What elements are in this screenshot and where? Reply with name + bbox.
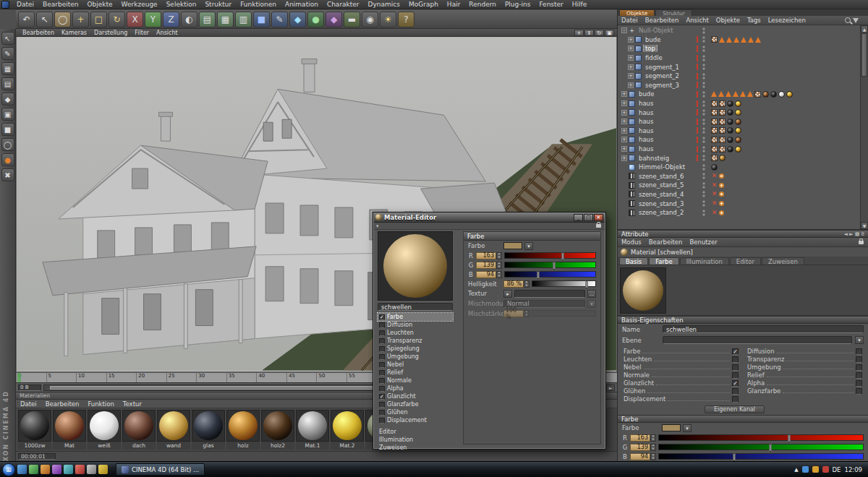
lock-axis-icon[interactable]: ✖ (1, 168, 14, 181)
channel-checkbox[interactable] (379, 370, 385, 376)
phong-tag-icon[interactable] (726, 37, 732, 43)
animation-tag-icon[interactable] (719, 183, 724, 188)
me-channel-transparenz[interactable]: Transparenz (378, 337, 453, 345)
visibility-dots[interactable] (699, 164, 708, 171)
material-thumb-mat-1[interactable]: Mat.1 (296, 410, 329, 450)
textur-browse-icon[interactable]: ▸ (503, 290, 512, 298)
visibility-dots[interactable] (699, 36, 708, 43)
textur-more-icon[interactable]: ... (587, 290, 596, 298)
channel-checkbox[interactable] (856, 372, 862, 379)
scroll-thumb[interactable] (861, 33, 867, 77)
material-thumb-wand[interactable]: wand (157, 410, 190, 450)
om-menu-ansicht[interactable]: Ansicht (682, 17, 712, 24)
material-name-field[interactable]: schwellen (378, 303, 453, 311)
om-menu-datei[interactable]: Datei (618, 17, 642, 24)
material-tag-icon[interactable] (727, 100, 733, 107)
mischstaerke-value-field-stepper[interactable]: ▴▾ (524, 310, 529, 317)
tab-objekte[interactable]: Objekte (619, 9, 655, 16)
slider-knob[interactable] (561, 252, 563, 260)
deformer-icon[interactable]: ◆ (326, 12, 342, 27)
me-section-editor[interactable]: Editor (378, 428, 457, 436)
menu-dynamics[interactable]: Dynamics (364, 1, 404, 8)
material-tag-icon[interactable] (727, 137, 733, 143)
pan-view-icon[interactable]: + (574, 30, 584, 36)
render-visibility-dot[interactable] (702, 158, 705, 161)
visibility-dots[interactable] (699, 27, 708, 34)
channel-checkbox[interactable] (379, 362, 385, 368)
texture-tag-icon[interactable] (754, 91, 761, 98)
texture-tag-icon[interactable] (719, 100, 726, 107)
r-value-field-stepper[interactable]: ▴▾ (496, 252, 502, 259)
subdivision-icon[interactable]: ◆ (289, 12, 306, 27)
material-tag-icon[interactable] (786, 91, 793, 98)
visibility-dots[interactable] (699, 91, 708, 98)
tree-row-haus[interactable]: +haus (618, 126, 868, 136)
render-visibility-dot[interactable] (702, 77, 705, 80)
material-tag-icon[interactable] (727, 146, 733, 152)
tree-row-fiddle[interactable]: +fiddle (618, 53, 868, 63)
channel-checkbox[interactable] (732, 372, 739, 379)
slider-knob[interactable] (733, 453, 735, 461)
channel-checkbox[interactable] (732, 396, 739, 403)
menu-rendern[interactable]: Rendern (464, 1, 501, 8)
snap-icon[interactable]: ● (1, 153, 14, 166)
tree-row-szene-stand-3[interactable]: szene_stand_3✕ (618, 199, 868, 208)
vp-menu-filter[interactable]: Filter (131, 30, 153, 36)
material-thumb-dach[interactable]: dach (122, 410, 156, 450)
language-indicator[interactable]: DE (833, 466, 841, 473)
menu-bearbeiten[interactable]: Bearbeiten (38, 1, 82, 8)
phong-tag-icon[interactable] (711, 91, 717, 97)
slider-knob[interactable] (537, 271, 540, 279)
phong-tag-icon[interactable] (718, 91, 724, 97)
material-tag-icon[interactable] (770, 91, 777, 98)
menu-hair[interactable]: Hair (443, 1, 464, 8)
scroll-up-icon[interactable]: ▲ (861, 25, 868, 33)
material-tag-icon[interactable] (719, 155, 726, 161)
expand-toggle-icon[interactable]: + (621, 137, 627, 142)
materials-menu-funktion[interactable]: Funktion (83, 400, 118, 408)
attr-tab-basis[interactable]: Basis (619, 257, 648, 265)
material-tag-icon[interactable] (735, 146, 741, 152)
channel-checkbox[interactable] (379, 418, 385, 424)
render-picture-icon[interactable]: ▦ (217, 12, 234, 27)
taskbar-task-button[interactable]: CINEMA 4D (64 Bit) ... (116, 463, 205, 476)
move-icon[interactable]: + (72, 12, 89, 27)
farbe-expand-icon[interactable]: ▾ (683, 424, 692, 432)
render-visibility-dot[interactable] (702, 168, 705, 171)
expand-toggle-icon[interactable]: + (628, 82, 634, 88)
visibility-dots[interactable] (699, 100, 708, 107)
expand-toggle-icon[interactable]: + (621, 119, 627, 124)
material-thumb-holz[interactable]: holz (226, 410, 260, 450)
render-visibility-dot[interactable] (702, 31, 705, 34)
tree-row-top[interactable]: +top (618, 44, 868, 53)
channel-checkbox[interactable] (856, 348, 862, 355)
helligkeit-value-field[interactable]: 86 % (503, 280, 524, 288)
texture-tag-icon[interactable] (711, 36, 718, 43)
texture-tag-icon[interactable] (719, 137, 726, 143)
spline-pen-icon[interactable]: ✎ (271, 12, 288, 27)
material-tag-icon[interactable] (778, 91, 785, 98)
materials-menu-datei[interactable]: Datei (16, 400, 41, 408)
render-view-icon[interactable]: ▤ (199, 12, 216, 27)
editor-visibility-dot[interactable] (702, 91, 705, 94)
menu-werkzeuge[interactable]: Werkzeuge (117, 1, 162, 8)
material-thumb-glas[interactable]: glas (192, 410, 225, 450)
tree-row-bude[interactable]: +bude (618, 90, 868, 99)
material-thumb-wei-[interactable]: weiß (88, 410, 121, 450)
expand-toggle-icon[interactable]: + (621, 91, 627, 97)
r-value-field-stepper[interactable]: ▴▾ (650, 434, 656, 442)
me-channel-gl-hen[interactable]: Glühen (378, 408, 453, 416)
lock-icon[interactable] (859, 241, 864, 244)
primitive-cube-icon[interactable]: ■ (253, 12, 270, 27)
attr-tab-illumination[interactable]: Illumination (680, 257, 729, 265)
material-editor-titlebar[interactable]: Material-Editor _ □ ✕ (373, 212, 605, 223)
tree-row-haus[interactable]: +haus (618, 145, 868, 154)
visibility-dots[interactable] (699, 82, 708, 88)
phong-tag-icon[interactable] (733, 91, 739, 97)
me-channel-displacement[interactable]: Displacement (378, 416, 453, 424)
axis-y-icon[interactable]: Y (145, 12, 161, 27)
animation-tag-icon[interactable] (719, 201, 724, 206)
editor-visibility-dot[interactable] (702, 127, 705, 130)
farbe-expand-icon[interactable]: ▾ (524, 242, 533, 250)
quicklaunch-icon-5[interactable] (64, 465, 73, 474)
